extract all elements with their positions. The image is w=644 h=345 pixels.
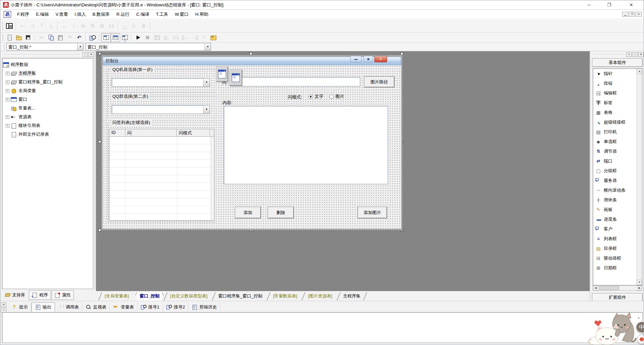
toolbar-grip[interactable] (2, 34, 3, 41)
selection-handle[interactable] (98, 52, 101, 55)
palette-item-client[interactable]: 客户 (593, 224, 642, 234)
menu-help[interactable]: H.帮助 (192, 10, 212, 18)
palette-item-progressbar[interactable]: 进度条 (593, 214, 642, 224)
step-over-icon[interactable]: {+} (171, 33, 180, 42)
doc-tab-picture-resources[interactable]: [图片资源表] (303, 292, 337, 301)
expand-plus-icon[interactable]: + (6, 72, 9, 75)
mode-radio-text[interactable]: 文字 (309, 93, 323, 99)
chevron-down-icon[interactable]: ▼ (77, 43, 83, 50)
run-to-cursor-icon[interactable]: →{} (190, 33, 199, 42)
form-component-icon[interactable]: ▪▪ (229, 70, 242, 86)
tab-program[interactable]: 程序 (29, 290, 51, 300)
view-split-window-icon[interactable] (111, 33, 120, 42)
palette-item-slider[interactable]: 滑块条 (593, 195, 642, 205)
panel-close-icon[interactable]: ✕ (1, 302, 6, 307)
palette-item-server[interactable]: 服务器 (593, 176, 642, 185)
doc-tab-main-assembly[interactable]: 主程序集 (338, 292, 366, 301)
align-right-icon[interactable]: ⊣ (28, 21, 37, 30)
doc-tab-constant-data[interactable]: [常量数据表] (268, 292, 303, 301)
debug-run-icon[interactable] (152, 33, 162, 42)
chevron-down-icon[interactable]: ▼ (203, 78, 210, 86)
palette-item-drivebox[interactable]: 驱动器框 (593, 253, 642, 263)
expand-plus-icon[interactable]: + (6, 124, 9, 128)
cut-icon[interactable]: ✂ (37, 33, 46, 42)
menu-program[interactable]: F.程序 (14, 10, 33, 18)
palette-item-dirbox[interactable]: 目录框 (593, 244, 642, 253)
doc-tab-window-assembly[interactable]: 窗口程序集_窗口_控制 (213, 292, 268, 301)
toolbar-grip[interactable] (2, 21, 3, 30)
palette-item-hscrollbar[interactable]: 横向滚动条 (593, 185, 642, 195)
find-icon[interactable] (88, 33, 97, 42)
scroll-up-icon[interactable]: ▲ (637, 69, 642, 74)
doc-tab-window-control[interactable]: 窗口_控制 (134, 292, 165, 301)
align-top-icon[interactable]: ⊤ (37, 21, 46, 30)
output-content[interactable]: ▲ ▼ (2, 312, 643, 343)
view-form-window-icon[interactable] (120, 33, 129, 42)
close-button[interactable]: ✕ (623, 0, 640, 10)
qq-group-combobox[interactable]: ▼ (112, 105, 210, 114)
chevron-down-icon[interactable]: ▼ (205, 43, 211, 50)
program-data-tree[interactable]: 程序数据 + 主程序集 + 窗口程序集_窗口_控制 + 全局变量 + 窗口 (2, 58, 93, 289)
ime-mode-icon[interactable] (637, 335, 644, 344)
form-close-button[interactable]: ✕ (374, 56, 387, 62)
qa-col-question[interactable]: 问 (125, 129, 177, 137)
form-minimize-button[interactable]: ▬ (350, 56, 362, 62)
menu-run[interactable]: R.运行 (113, 10, 133, 18)
same-size-icon[interactable]: ⊕ (139, 21, 148, 30)
qa-col-mode[interactable]: 问模式 (177, 129, 210, 137)
tab-watch-table[interactable]: 监视表 (83, 303, 110, 312)
content-textarea[interactable] (224, 106, 388, 184)
add-picture-button[interactable]: 添加图片 (358, 207, 387, 218)
toolbar-grip[interactable] (3, 44, 4, 50)
scrollbar-thumb[interactable] (599, 286, 619, 290)
form-client-area[interactable]: QQ机器选择(第一步) ▼ QQ群选择(第二步) ▼ 问答列表(左键选择) (103, 65, 401, 229)
form-designer-canvas[interactable]: 控制台 ▬ ▣ ✕ QQ机器选择(第一步) ▼ QQ群选择(第二步) ▼ (96, 51, 590, 291)
copy-icon[interactable] (46, 33, 56, 42)
delete-button[interactable]: 删除 (268, 207, 294, 218)
run-icon[interactable] (133, 33, 143, 42)
tree-item-constant-table[interactable]: 常量表... (3, 104, 92, 113)
palette-horizontal-scrollbar[interactable]: ◀ ▶ (593, 285, 642, 291)
center-vertical-icon[interactable]: ↕ (69, 21, 78, 30)
menu-window[interactable]: W.窗口 (171, 10, 192, 18)
palette-item-pointer[interactable]: 指针 (593, 69, 642, 78)
stop-icon[interactable] (143, 33, 152, 42)
new-icon[interactable] (5, 33, 14, 42)
tree-item-main-assembly[interactable]: + 主程序集 (3, 69, 92, 78)
align-bottom-icon[interactable]: ⊥ (46, 21, 56, 30)
tab-hint[interactable]: 提示 (8, 303, 32, 312)
tab-output[interactable]: 输出 (32, 302, 55, 312)
qa-table[interactable]: ID 问 问模式 (109, 129, 214, 221)
tab-clip-history[interactable]: 剪辑历史 (189, 303, 220, 312)
paste-icon[interactable] (56, 33, 65, 42)
mdi-close-button[interactable]: ✕ (636, 12, 642, 17)
tab-support-library[interactable]: 支持库 (2, 290, 28, 300)
palette-item-port[interactable]: 端口 (593, 156, 642, 166)
tab-call-table[interactable]: 调用表 (55, 303, 83, 312)
palette-item-radiobox[interactable]: 单选框 (593, 137, 642, 146)
palette-item-editbox[interactable]: 编辑框 (593, 88, 642, 98)
window-selector-combobox[interactable]: 窗口_控制 * ▼ (6, 43, 84, 51)
align-left-icon[interactable]: ⊢ (18, 21, 28, 30)
expand-plus-icon[interactable]: + (6, 80, 9, 84)
tab-order-icon[interactable]: 12 (107, 21, 116, 30)
tab-search2[interactable]: 搜寻2 (163, 303, 189, 312)
space-equal-horizontal-icon[interactable]: ⇆ (78, 21, 88, 30)
tree-item-resource-table[interactable]: + 资源表 (3, 113, 92, 121)
tab-variable-table[interactable]: 变量表 (110, 303, 138, 312)
panel-close-icon[interactable]: ✕ (638, 52, 644, 57)
tree-root[interactable]: 程序数据 (3, 60, 92, 69)
designed-form-window[interactable]: 控制台 ▬ ▣ ✕ QQ机器选择(第一步) ▼ QQ群选择(第二步) ▼ (101, 55, 403, 230)
save-icon[interactable] (23, 33, 33, 42)
panel-maximize-icon[interactable]: □ (1, 308, 6, 313)
tab-property[interactable]: 属性 (52, 290, 74, 300)
tree-item-global-variables[interactable]: + 全局变量 (3, 86, 92, 95)
scroll-left-icon[interactable]: ◀ (593, 286, 598, 290)
selection-handle[interactable] (98, 229, 101, 231)
menu-insert[interactable]: I.插入 (71, 10, 89, 18)
mdi-minimize-button[interactable]: ▁ (622, 12, 628, 17)
form-component-icon[interactable]: ▪▪ (216, 66, 228, 82)
expand-plus-icon[interactable]: + (6, 115, 9, 119)
same-width-icon[interactable]: ↔ (120, 21, 129, 30)
same-height-icon[interactable]: ↕ (129, 21, 139, 30)
